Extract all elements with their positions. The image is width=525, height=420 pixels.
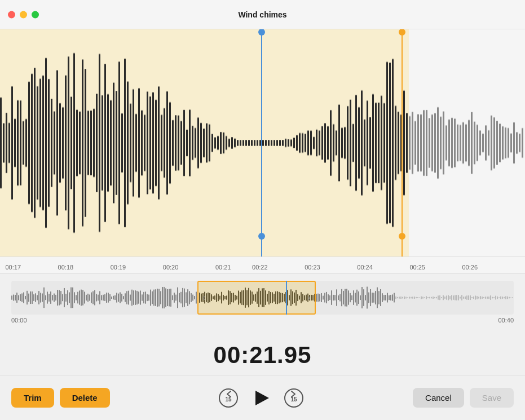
ruler-label-17: 00:17 bbox=[6, 264, 21, 271]
ruler-label-23: 00:23 bbox=[305, 264, 320, 271]
overview-left-handle[interactable]: ‹ bbox=[198, 282, 210, 313]
waveform-area[interactable]: 00:17 00:18 00:19 00:20 00:21 00:22 00:2… bbox=[0, 29, 525, 273]
skip-back-button[interactable]: 15 bbox=[218, 388, 239, 408]
delete-button[interactable]: Delete bbox=[60, 388, 110, 408]
current-time: 00:21.95 bbox=[214, 342, 312, 369]
overview-time-labels: 00:00 00:40 bbox=[11, 317, 514, 324]
ruler-label-20: 00:20 bbox=[163, 264, 179, 271]
time-display: 00:21.95 bbox=[0, 335, 525, 375]
play-button[interactable] bbox=[249, 386, 273, 410]
overview-waveform[interactable]: ‹ › bbox=[11, 281, 514, 315]
overview-selection[interactable]: ‹ › bbox=[197, 281, 316, 315]
ruler-label-19: 00:19 bbox=[111, 264, 126, 271]
skip-forward-icon: 15 bbox=[284, 388, 304, 408]
ruler-label-22: 00:22 bbox=[252, 264, 268, 271]
timeline-ruler: 00:17 00:18 00:19 00:20 00:21 00:22 00:2… bbox=[0, 257, 525, 273]
ruler-labels: 00:17 00:18 00:19 00:20 00:21 00:22 00:2… bbox=[0, 257, 525, 273]
close-button[interactable] bbox=[8, 11, 15, 18]
ruler-label-25: 00:25 bbox=[409, 264, 425, 271]
trim-button[interactable]: Trim bbox=[11, 388, 54, 408]
ruler-label-21: 00:21 bbox=[215, 264, 231, 271]
controls-left: Trim Delete bbox=[11, 388, 110, 408]
overview-playhead[interactable] bbox=[286, 281, 287, 315]
window-title: Wind chimes bbox=[238, 10, 286, 19]
titlebar: Wind chimes bbox=[0, 0, 525, 29]
controls-right: Cancel Save bbox=[413, 388, 514, 408]
skip-back-icon: 15 bbox=[218, 388, 239, 408]
save-button[interactable]: Save bbox=[470, 388, 514, 408]
overview-section: ‹ › 00:00 00:40 bbox=[0, 273, 525, 335]
cancel-button[interactable]: Cancel bbox=[413, 388, 464, 408]
svg-text:15: 15 bbox=[226, 396, 232, 403]
svg-text:15: 15 bbox=[291, 396, 298, 403]
overview-right-handle[interactable]: › bbox=[303, 282, 315, 313]
controls-center: 15 15 bbox=[218, 386, 304, 410]
overview-start-label: 00:00 bbox=[11, 317, 27, 324]
play-icon bbox=[255, 391, 269, 405]
window-controls bbox=[8, 11, 39, 18]
minimize-button[interactable] bbox=[20, 11, 27, 18]
ruler-label-24: 00:24 bbox=[357, 264, 373, 271]
skip-forward-button[interactable]: 15 bbox=[284, 388, 304, 408]
ruler-label-26: 00:26 bbox=[462, 264, 478, 271]
waveform-canvas bbox=[0, 29, 525, 257]
overview-end-label: 00:40 bbox=[498, 317, 514, 324]
controls-bar: Trim Delete 15 15 Cancel Save bbox=[0, 375, 525, 420]
ruler-label-18: 00:18 bbox=[58, 264, 74, 271]
maximize-button[interactable] bbox=[32, 11, 39, 18]
